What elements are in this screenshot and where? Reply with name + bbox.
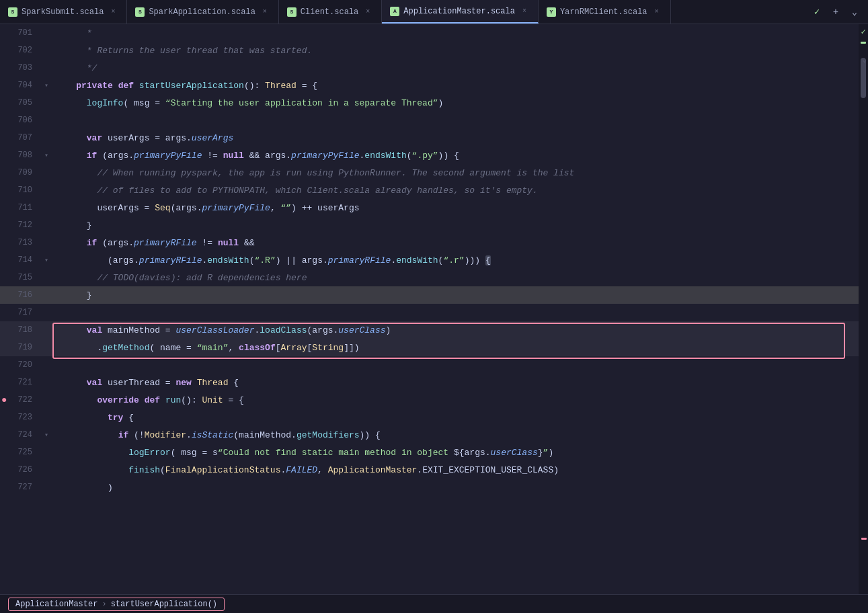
tab-icon-sparksubmit: S [8, 7, 17, 17]
add-tab-button[interactable]: + [828, 4, 844, 20]
line-num-705: 705 [0, 98, 40, 108]
tab-icon-yarnrmclient: Y [547, 7, 556, 17]
code-line-701: 701 * [0, 24, 859, 42]
chevron-down-icon[interactable]: ⌄ [846, 4, 863, 20]
line-content-705: logInfo( msg = “Starting the user applic… [52, 98, 859, 108]
code-line-705: 705 logInfo( msg = “Starting the user ap… [0, 94, 859, 112]
tab-label-applicationmaster: ApplicationMaster.scala [403, 7, 515, 16]
line-num-723: 723 [0, 413, 40, 422]
code-line-727: 727 ) [0, 479, 859, 496]
line-num-702: 702 [0, 46, 40, 55]
line-content-724: if (!Modifier.isStatic(mainMethod.getMod… [52, 430, 859, 440]
line-num-703: 703 [0, 63, 40, 73]
code-line-709: 709 // When running pyspark, the app is … [0, 164, 859, 181]
line-content-715: // TODO(davies): add R dependencies here [52, 273, 859, 283]
line-content-721: val userThread = new Thread { [52, 378, 859, 388]
line-content-726: finish(FinalApplicationStatus.FAILED, Ap… [52, 465, 859, 475]
line-content-712: } [52, 220, 859, 231]
status-bar: ApplicationMaster › startUserApplication… [0, 594, 868, 613]
line-num-707: 707 [0, 133, 40, 142]
line-content-709: // When running pyspark, the app is run … [52, 168, 859, 178]
tab-sparkapplication[interactable]: S SparkApplication.scala × [127, 0, 278, 24]
line-num-721: 721 [0, 378, 40, 387]
tab-label-sparksubmit: SparkSubmit.scala [22, 7, 104, 17]
line-content-701: * [52, 28, 859, 38]
tab-icon-applicationmaster: A [390, 7, 399, 16]
line-num-719: 719 [0, 343, 40, 352]
line-num-726: 726 [0, 465, 40, 475]
line-num-706: 706 [0, 116, 40, 125]
code-line-708: 708 ▾ if (args.primaryPyFile != null && … [0, 147, 859, 164]
breadcrumb-separator: › [102, 600, 106, 609]
code-line-720: 720 [0, 356, 859, 374]
code-line-713: 713 if (args.primaryRFile != null && [0, 234, 859, 251]
tab-close-applicationmaster[interactable]: × [519, 6, 530, 17]
line-content-703: */ [52, 63, 859, 73]
fold-708[interactable]: ▾ [40, 151, 52, 159]
line-content-710: // of files to add to PYTHONPATH, which … [52, 186, 859, 196]
tab-bar: S SparkSubmit.scala × S SparkApplication… [0, 0, 868, 24]
tab-yarnrmclient[interactable]: Y YarnRMClient.scala × [539, 0, 671, 24]
bottom-indicators [861, 537, 867, 540]
tab-close-sparksubmit[interactable]: × [108, 7, 118, 17]
code-line-711: 711 userArgs = Seq(args.primaryPyFile, “… [0, 199, 859, 216]
line-content-711: userArgs = Seq(args.primaryPyFile, “”) +… [52, 203, 859, 213]
line-content-722: override def run(): Unit = { [52, 395, 859, 405]
line-content-716: } [52, 290, 859, 300]
line-num-709: 709 [0, 168, 40, 177]
change-mark-green [861, 42, 866, 44]
code-line-718: 718 val mainMethod = userClassLoader.loa… [0, 321, 859, 339]
code-line-719: 719 .getMethod( name = “main”, classOf[A… [0, 339, 859, 356]
line-num-710: 710 [0, 186, 40, 195]
line-num-708: 708 [0, 151, 40, 160]
code-line-714: 714 ▾ (args.primaryRFile.endsWith(“.R”) … [0, 251, 859, 269]
code-line-706: 706 [0, 112, 859, 129]
code-line-712: 712 } [0, 216, 859, 234]
line-content-723: try { [52, 413, 859, 423]
code-line-723: 723 try { [0, 409, 859, 426]
line-content-727: ) [52, 483, 859, 493]
checkmark-indicator: ✓ [861, 24, 865, 37]
fold-704[interactable]: ▾ [40, 81, 52, 89]
code-line-707: 707 var userArgs = args.userArgs [0, 129, 859, 147]
tab-client[interactable]: S Client.scala × [279, 0, 382, 24]
tab-close-yarnrmclient[interactable]: × [652, 7, 662, 17]
tab-label-yarnrmclient: YarnRMClient.scala [560, 7, 647, 17]
line-num-722: ● 722 [0, 395, 40, 405]
line-content-707: var userArgs = args.userArgs [52, 133, 859, 143]
breadcrumb-method: startUserApplication() [111, 600, 217, 609]
checkmark-button[interactable]: ✓ [809, 4, 825, 20]
change-indicators [861, 37, 866, 44]
line-num-725: 725 [0, 448, 40, 457]
scroll-chevron-down[interactable]: ⌄ [862, 55, 867, 64]
line-num-717: 717 [0, 308, 40, 317]
line-content-714: (args.primaryRFile.endsWith(“.R”) || arg… [52, 255, 859, 265]
line-num-711: 711 [0, 203, 40, 212]
line-num-714: 714 [0, 255, 40, 265]
breadcrumb-class: ApplicationMaster [15, 600, 97, 609]
line-num-712: 712 [0, 220, 40, 230]
line-num-715: 715 [0, 273, 40, 282]
line-num-704: 704 [0, 81, 40, 90]
line-content-702: * Returns the user thread that was start… [52, 46, 859, 56]
editor-scrollbar[interactable]: ✓ ⌄ [859, 24, 868, 594]
tab-applicationmaster[interactable]: A ApplicationMaster.scala × [382, 0, 539, 24]
tab-close-sparkapplication[interactable]: × [260, 7, 270, 17]
fold-724[interactable]: ▾ [40, 431, 52, 439]
tab-close-client[interactable]: × [362, 7, 373, 17]
line-num-718: 718 [0, 325, 40, 335]
tab-sparksubmit[interactable]: S SparkSubmit.scala × [0, 0, 127, 24]
error-mark [861, 538, 867, 540]
scroll-thumb[interactable] [861, 58, 866, 98]
code-line-722: ● 722 override def run(): Unit = { [0, 391, 859, 409]
code-line-703: 703 */ [0, 59, 859, 77]
code-area[interactable]: 701 * 702 * Returns the user thread that… [0, 24, 859, 594]
code-line-704: 704 ▾ private def startUserApplication()… [0, 77, 859, 94]
code-line-716: 716 } [0, 286, 859, 304]
code-line-702: 702 * Returns the user thread that was s… [0, 42, 859, 59]
line-content-704: private def startUserApplication(): Thre… [52, 81, 859, 91]
fold-714[interactable]: ▾ [40, 256, 52, 264]
line-content-718: val mainMethod = userClassLoader.loadCla… [52, 325, 859, 335]
code-line-724: 724 ▾ if (!Modifier.isStatic(mainMethod.… [0, 426, 859, 444]
tab-label-client: Client.scala [301, 7, 358, 17]
